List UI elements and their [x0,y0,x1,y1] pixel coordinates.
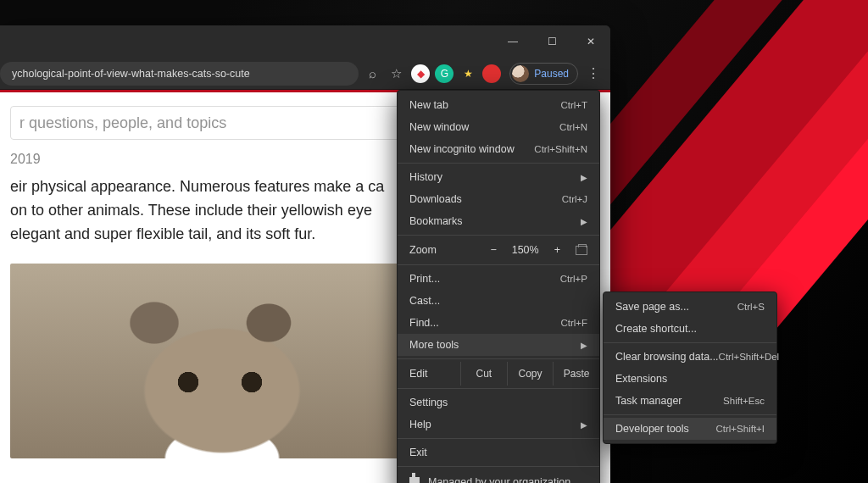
submenu-extensions[interactable]: Extensions [604,368,776,390]
menu-downloads[interactable]: DownloadsCtrl+J [398,188,599,210]
organization-icon [409,477,420,483]
zoom-label: Zoom [409,244,464,256]
submenu-create-shortcut[interactable]: Create shortcut... [604,318,776,340]
chrome-menu-button[interactable]: ⋮ [581,65,605,81]
extension-favorites-icon[interactable]: ★ [459,64,477,83]
url-text: ychological-point-of-view-what-makes-cat… [12,68,250,80]
menu-bookmarks[interactable]: Bookmarks▶ [398,210,599,232]
menu-help[interactable]: Help▶ [398,414,599,436]
search-placeholder: r questions, people, and topics [19,114,226,132]
edit-paste-button[interactable]: Paste [553,362,599,386]
edit-cut-button[interactable]: Cut [460,362,507,386]
minimize-button[interactable]: — [493,25,532,58]
extension-pocket-icon[interactable]: ◆ [411,64,430,83]
zoom-indicator-icon[interactable]: ⌕ [362,64,382,84]
article-image [10,264,434,458]
submenu-save-page[interactable]: Save page as...Ctrl+S [604,296,776,318]
menu-new-tab[interactable]: New tabCtrl+T [398,94,599,116]
menu-settings[interactable]: Settings [398,391,599,414]
avatar-icon [512,65,529,82]
menu-exit[interactable]: Exit [398,441,599,464]
menu-new-window[interactable]: New windowCtrl+N [398,116,599,138]
profile-chip[interactable]: Paused [509,63,578,85]
url-input[interactable]: ychological-point-of-view-what-makes-cat… [0,62,359,86]
edit-label: Edit [409,368,460,380]
extension-record-icon[interactable] [482,64,501,83]
menu-edit: Edit Cut Copy Paste [398,362,599,386]
bookmark-star-icon[interactable]: ☆ [386,64,406,84]
zoom-out-button[interactable]: − [490,244,496,256]
menu-managed-notice[interactable]: Managed by your organization [398,469,599,483]
menu-more-tools[interactable]: More tools▶ [398,334,599,356]
menu-history[interactable]: History▶ [398,166,599,188]
more-tools-submenu: Save page as...Ctrl+S Create shortcut...… [603,291,777,444]
article-body: eir physical appearance. Numerous featur… [10,175,400,247]
submenu-developer-tools[interactable]: Developer toolsCtrl+Shift+I [604,418,776,440]
menu-cast[interactable]: Cast... [398,290,599,312]
fullscreen-icon[interactable] [576,246,587,255]
submenu-task-manager[interactable]: Task managerShift+Esc [604,390,776,412]
window-titlebar[interactable]: — ☐ ✕ [0,25,610,58]
menu-zoom: Zoom − 150% + [398,238,599,262]
maximize-button[interactable]: ☐ [532,25,571,58]
edit-copy-button[interactable]: Copy [507,362,554,386]
zoom-in-button[interactable]: + [554,244,560,256]
menu-new-incognito[interactable]: New incognito windowCtrl+Shift+N [398,138,599,160]
menu-find[interactable]: Find...Ctrl+F [398,312,599,334]
extension-grammarly-icon[interactable]: G [435,64,453,83]
profile-status: Paused [534,68,569,80]
zoom-value: 150% [512,244,539,256]
address-bar: ychological-point-of-view-what-makes-cat… [0,58,610,90]
submenu-clear-browsing-data[interactable]: Clear browsing data...Ctrl+Shift+Del [604,346,776,368]
menu-print[interactable]: Print...Ctrl+P [398,268,599,290]
chrome-main-menu: New tabCtrl+T New windowCtrl+N New incog… [397,90,600,483]
close-button[interactable]: ✕ [571,25,610,58]
